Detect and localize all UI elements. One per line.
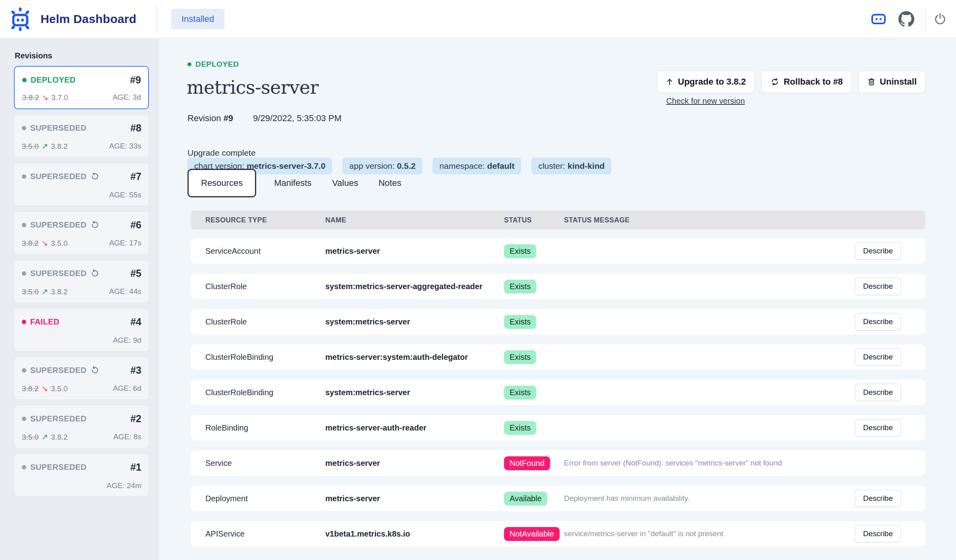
version-arrow-icon: ↗ bbox=[41, 287, 48, 296]
describe-button[interactable]: Describe bbox=[855, 348, 901, 366]
resource-name-cell: system:metrics-server bbox=[325, 388, 504, 397]
describe-button[interactable]: Describe bbox=[855, 490, 901, 507]
describe-button[interactable]: Describe bbox=[855, 313, 901, 330]
tab-notes[interactable]: Notes bbox=[379, 178, 401, 188]
revisions-sidebar: Revisions DEPLOYED #9 3.8.2↘3.7.0 AGE: 3… bbox=[0, 39, 159, 560]
resources-table: RESOURCE TYPE NAME STATUS STATUS MESSAGE… bbox=[191, 210, 925, 556]
namespace-badge: namespace: default bbox=[433, 158, 521, 174]
status-cell: Exists bbox=[504, 244, 564, 258]
table-row: ClusterRole system:metrics-server Exists… bbox=[191, 309, 925, 334]
upgrade-button[interactable]: Upgrade to 3.8.2 bbox=[657, 71, 755, 93]
status-dot-icon bbox=[22, 320, 26, 324]
version-arrow-icon: ↘ bbox=[41, 239, 48, 247]
resource-type-cell: ClusterRoleBinding bbox=[191, 388, 325, 397]
describe-button[interactable]: Describe bbox=[855, 242, 901, 260]
describe-button[interactable]: Describe bbox=[855, 384, 901, 401]
status-cell: Exists bbox=[504, 386, 564, 400]
table-row: APIService v1beta1.metrics.k8s.io NotAva… bbox=[191, 521, 925, 546]
release-note: Upgrade complete bbox=[187, 148, 256, 158]
status-dot-icon bbox=[22, 174, 26, 179]
describe-button[interactable]: Describe bbox=[855, 419, 901, 436]
new-version: 3.5.0 bbox=[51, 239, 68, 247]
status-cell: Exists bbox=[504, 421, 564, 435]
status-badge: Exists bbox=[504, 315, 536, 329]
tab-resources[interactable]: Resources bbox=[187, 169, 256, 197]
status-cell: Exists bbox=[504, 350, 564, 364]
check-new-version-link[interactable]: Check for new version bbox=[666, 97, 745, 106]
reload-icon bbox=[91, 269, 99, 278]
nav-tab-installed[interactable]: Installed bbox=[171, 9, 224, 29]
revisions-heading: Revisions bbox=[15, 51, 159, 60]
revision-number: #7 bbox=[130, 171, 141, 182]
tab-manifests[interactable]: Manifests bbox=[274, 178, 311, 188]
describe-button[interactable]: Describe bbox=[855, 278, 901, 295]
col-resource-type: RESOURCE TYPE bbox=[191, 216, 325, 224]
table-row: ClusterRole system:metrics-server-aggreg… bbox=[191, 274, 925, 299]
status-dot-icon bbox=[22, 465, 26, 469]
table-row: ClusterRoleBinding system:metrics-server… bbox=[191, 380, 925, 405]
app-title: Helm Dashboard bbox=[41, 12, 136, 26]
version-arrow-icon: ↗ bbox=[41, 142, 48, 151]
power-icon[interactable] bbox=[933, 12, 947, 26]
tab-values[interactable]: Values bbox=[332, 178, 358, 188]
status-badge: NotFound bbox=[504, 456, 550, 470]
revision-card[interactable]: SUPERSEDED #5 3.5.0↗3.8.2 AGE: 44s bbox=[14, 260, 149, 303]
status-cell: Exists bbox=[504, 280, 564, 294]
revision-card[interactable]: SUPERSEDED #2 3.5.0↗3.8.2 AGE: 8s bbox=[14, 405, 149, 448]
status-dot-icon bbox=[22, 417, 26, 421]
release-status: DEPLOYED bbox=[187, 60, 239, 69]
table-row: ClusterRoleBinding metrics-server:system… bbox=[191, 344, 925, 370]
revision-age: AGE: 44s bbox=[109, 287, 141, 296]
revision-number: #6 bbox=[130, 219, 141, 231]
revision-card[interactable]: SUPERSEDED #8 3.5.0↗3.8.2 AGE: 33s bbox=[14, 114, 149, 158]
status-message-cell: service/metrics-server in "default" is n… bbox=[564, 529, 858, 538]
github-icon[interactable] bbox=[898, 11, 914, 27]
resource-type-cell: Deployment bbox=[191, 494, 325, 503]
status-cell: NotAvailable bbox=[504, 527, 564, 541]
trash-icon bbox=[867, 77, 876, 87]
revision-status-label: DEPLOYED bbox=[31, 75, 75, 85]
old-version: 3.8.2 bbox=[22, 384, 39, 393]
revision-age: AGE: 8s bbox=[113, 433, 141, 441]
robot-face-icon[interactable] bbox=[871, 13, 886, 25]
release-date: 9/29/2022, 5:35:03 PM bbox=[253, 113, 342, 123]
revision-number: #8 bbox=[130, 122, 141, 134]
revision-age: AGE: 6d bbox=[113, 384, 141, 393]
revision-age: AGE: 55s bbox=[109, 191, 141, 199]
revision-card[interactable]: DEPLOYED #9 3.8.2↘3.7.0 AGE: 3d bbox=[14, 66, 149, 109]
reload-icon bbox=[91, 221, 99, 229]
revision-card[interactable]: SUPERSEDED #7 AGE: 55s bbox=[14, 163, 149, 206]
uninstall-button[interactable]: Uninstall bbox=[858, 71, 925, 93]
revision-age: AGE: 3d bbox=[112, 93, 141, 102]
revision-card[interactable]: SUPERSEDED #6 3.8.2↘3.5.0 AGE: 17s bbox=[14, 211, 149, 255]
new-version: 3.8.2 bbox=[51, 288, 68, 296]
status-cell: Exists bbox=[504, 315, 564, 329]
revision-card[interactable]: FAILED #4 AGE: 9d bbox=[14, 308, 149, 351]
new-version: 3.5.0 bbox=[51, 384, 68, 393]
resource-name-cell: metrics-server bbox=[325, 459, 504, 468]
resource-type-cell: APIService bbox=[191, 529, 325, 539]
resource-name-cell: v1beta1.metrics.k8s.io bbox=[325, 529, 504, 539]
new-version: 3.8.2 bbox=[51, 433, 68, 441]
old-version: 3.8.2 bbox=[22, 239, 39, 247]
version-arrow-icon: ↘ bbox=[42, 93, 48, 102]
revision-version-change: 3.8.2↘3.7.0 bbox=[22, 93, 68, 102]
revision-card[interactable]: SUPERSEDED #1 AGE: 24m bbox=[14, 454, 149, 497]
revision-line: Revision #9 9/29/2022, 5:35:03 PM bbox=[187, 113, 342, 124]
revision-number: #5 bbox=[130, 268, 141, 279]
resource-name-cell: metrics-server bbox=[325, 494, 504, 503]
rollback-button[interactable]: Rollback to #8 bbox=[761, 71, 852, 93]
col-status: STATUS bbox=[504, 216, 564, 224]
resource-name-cell: system:metrics-server bbox=[325, 317, 504, 326]
status-badge: Exists bbox=[504, 350, 536, 364]
revision-status-label: SUPERSEDED bbox=[30, 269, 87, 278]
describe-button[interactable]: Describe bbox=[855, 525, 901, 543]
status-dot-icon bbox=[22, 368, 26, 373]
resource-type-cell: ClusterRoleBinding bbox=[191, 353, 325, 362]
revision-card[interactable]: SUPERSEDED #3 3.8.2↘3.5.0 AGE: 6d bbox=[14, 357, 149, 400]
resource-name-cell: metrics-server:system:auth-delegator bbox=[325, 353, 504, 362]
revision-version-change: 3.8.2↘3.5.0 bbox=[22, 238, 68, 248]
revision-status-label: SUPERSEDED bbox=[30, 220, 87, 230]
release-tabs: Resources Manifests Values Notes bbox=[187, 169, 401, 197]
col-name: NAME bbox=[325, 216, 504, 224]
